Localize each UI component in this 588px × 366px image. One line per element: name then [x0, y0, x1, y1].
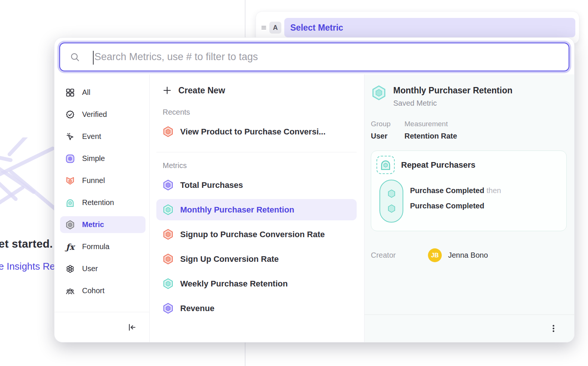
sidebar-item-label: Formula: [82, 242, 109, 251]
meta-label: Group: [371, 120, 404, 128]
list-item-label: Monthly Purchaser Retention: [180, 205, 294, 215]
detail-footer: [365, 314, 574, 342]
list-item-total-purchases[interactable]: Total Purchases: [156, 174, 357, 196]
grid-icon: [65, 88, 75, 97]
list-divider: [156, 152, 357, 152]
plus-icon: [162, 86, 172, 95]
list-item-view-product-to-purchase[interactable]: View Product to Purchase Conversi...: [156, 121, 357, 142]
list-item-signup-to-purchase-conversion-rate[interactable]: Signup to Purchase Conversion Rate: [156, 224, 357, 245]
section-label-metrics: Metrics: [163, 161, 357, 170]
list-item-label: Sign Up Conversion Rate: [180, 254, 279, 264]
filter-nav: All Verified Event: [54, 74, 149, 304]
purple-hexagon-icon: [162, 179, 174, 191]
detail-header: Monthly Purchaser Retention Saved Metric: [371, 85, 567, 108]
background-insights-link-cut[interactable]: e Insights Re: [0, 261, 55, 272]
definition-card: Repeat Purchasers Purchase Comp: [371, 151, 567, 231]
teal-hexagon-icon: [162, 204, 174, 215]
meta-group: Group User: [371, 120, 404, 140]
teal-hexagon-icon: [162, 278, 174, 289]
list-item-monthly-purchaser-retention[interactable]: Monthly Purchaser Retention: [156, 199, 357, 220]
funnel-hexagon-icon: [65, 176, 75, 186]
simple-hexagon-icon: [65, 154, 75, 164]
select-metric-button[interactable]: Select Metric: [284, 18, 575, 37]
series-letter-badge: A: [269, 22, 281, 34]
sidebar-item-label: Simple: [82, 154, 105, 163]
metric-list-column: Create New Recents View Product to Purch…: [150, 74, 365, 342]
sidebar-item-simple[interactable]: Simple: [60, 150, 146, 167]
creator-name: Jenna Bono: [448, 251, 488, 260]
meta-value: Retention Rate: [404, 132, 457, 140]
sidebar-item-label: Event: [82, 132, 101, 141]
sidebar-item-retention[interactable]: Retention: [60, 194, 146, 211]
detail-meta: Group User Measurement Retention Rate: [371, 120, 567, 140]
step-event: Purchase Completed: [410, 202, 484, 210]
avatar: JB: [428, 248, 442, 262]
search-area: [54, 38, 574, 74]
sidebar-item-user[interactable]: User: [60, 260, 146, 277]
metric-detail-panel: Monthly Purchaser Retention Saved Metric…: [365, 74, 574, 342]
step-line: Purchase Completedthen: [410, 183, 501, 198]
collapse-left-icon[interactable]: [127, 323, 137, 332]
list-item-weekly-purchase-retention[interactable]: Weekly Purchase Retention: [156, 273, 357, 294]
sidebar-item-verified[interactable]: Verified: [60, 106, 146, 123]
metric-hexagon-icon: [65, 220, 75, 230]
sidebar-item-label: Retention: [82, 198, 114, 207]
list-item-label: Revenue: [180, 304, 215, 313]
search-box[interactable]: [59, 43, 569, 71]
definition-title: Repeat Purchasers: [401, 160, 475, 170]
detail-subtitle: Saved Metric: [393, 99, 512, 108]
sidebar-item-formula[interactable]: ƒx Formula: [60, 238, 146, 255]
create-new-button[interactable]: Create New: [156, 80, 357, 100]
list-item-label: Total Purchases: [180, 180, 243, 190]
definition-header: Repeat Purchasers: [376, 156, 560, 174]
sidebar-item-label: Metric: [82, 220, 104, 229]
sidebar-item-cohort[interactable]: Cohort: [60, 282, 146, 299]
list-item-revenue[interactable]: Revenue: [156, 298, 357, 319]
detail-content: Monthly Purchaser Retention Saved Metric…: [365, 74, 574, 262]
retention-arch-icon: [376, 156, 395, 174]
background-chart-doodle: [0, 137, 56, 235]
step-connector: then: [487, 186, 501, 195]
definition-steps: Purchase Completedthen Purchase Complete…: [410, 180, 501, 223]
retention-arch-icon: [65, 198, 75, 208]
creator-row: Creator JB Jenna Bono: [371, 248, 567, 262]
drag-handle-icon[interactable]: [260, 24, 268, 32]
list-item-label: Weekly Purchase Retention: [180, 279, 288, 289]
sidebar-item-all[interactable]: All: [60, 84, 146, 101]
section-label-recents: Recents: [163, 108, 357, 117]
kebab-menu-icon[interactable]: [549, 324, 558, 333]
detail-title: Monthly Purchaser Retention: [393, 85, 512, 96]
purple-hexagon-icon: [162, 303, 174, 314]
orange-hexagon-icon: [162, 229, 174, 240]
filter-sidebar: All Verified Event: [54, 74, 150, 342]
list-item-label: Signup to Purchase Conversion Rate: [180, 230, 325, 239]
meta-label: Measurement: [404, 120, 457, 128]
definition-body: Purchase Completedthen Purchase Complete…: [379, 180, 560, 223]
sidebar-item-funnel[interactable]: Funnel: [60, 172, 146, 189]
verified-badge-icon: [65, 110, 75, 120]
orange-hexagon-icon: [162, 126, 174, 137]
cohort-people-icon: [65, 286, 75, 296]
sidebar-item-label: Cohort: [82, 286, 104, 295]
formula-fx-icon: ƒx: [65, 242, 75, 252]
text-caret: [93, 51, 94, 65]
event-sequence-capsule: [379, 180, 403, 223]
list-item-label: View Product to Purchase Conversi...: [180, 127, 326, 137]
step-event: Purchase Completed: [410, 186, 484, 195]
search-icon: [70, 52, 80, 62]
step-line: Purchase Completed: [410, 198, 501, 214]
event-cursor-icon: [65, 132, 75, 142]
user-cluster-icon: [65, 264, 75, 274]
sidebar-item-event[interactable]: Event: [60, 128, 146, 145]
meta-value: User: [371, 132, 404, 140]
sidebar-item-label: Funnel: [82, 176, 105, 185]
orange-hexagon-icon: [162, 253, 174, 265]
sidebar-item-label: User: [82, 264, 98, 273]
metric-picker-modal: All Verified Event: [54, 37, 575, 342]
meta-measurement: Measurement Retention Rate: [404, 120, 457, 140]
search-input[interactable]: [60, 43, 569, 71]
sidebar-item-metric[interactable]: Metric: [60, 216, 146, 233]
background-heading-cut: et started.: [0, 238, 53, 250]
list-item-sign-up-conversion-rate[interactable]: Sign Up Conversion Rate: [156, 248, 357, 270]
detail-title-block: Monthly Purchaser Retention Saved Metric: [393, 85, 512, 108]
